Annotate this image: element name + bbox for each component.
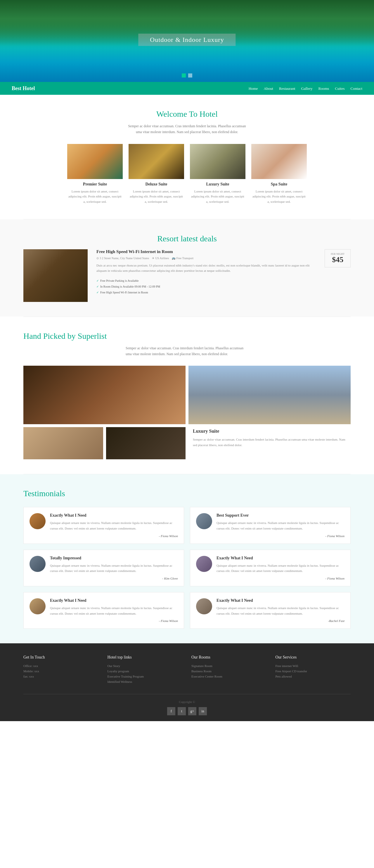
footer-item-1-1: Loyalty program [107, 669, 183, 673]
footer-item-3-0: Free internet Wifi [275, 664, 351, 668]
testimonial-content-2: Totally Impressed Quisque aliquet ornare… [50, 556, 178, 580]
footer-item-2-0: Signature Room [192, 664, 267, 668]
footer-grid: Get In TouchOffice: xxxMobile: xxxfax: x… [23, 655, 351, 685]
gallery-row [23, 427, 185, 459]
footer-col-title-0: Get In Touch [23, 655, 99, 660]
testimonial-author-5: -Rachel Fast [216, 619, 344, 623]
footer-col-3: Our ServicesFree internet WifiFree Airpo… [275, 655, 351, 685]
suite-name-spa: Spa Suite [251, 182, 307, 187]
footer-item-3-2: Pets allowed [275, 675, 351, 678]
deal-info: Free High Speed Wi-Fi Internet in Room ⊙… [96, 249, 316, 296]
nav-brand: Best Hotel [12, 86, 35, 92]
footer-item-1-2: Executive Training Program [107, 675, 183, 678]
social-linkedin[interactable]: in [199, 707, 207, 715]
testimonial-avatar-0 [30, 513, 45, 529]
testimonial-author-1: - Fiona Wilson [216, 534, 344, 538]
gallery-img-small-1 [23, 427, 103, 459]
footer-item-2-1: Business Room [192, 669, 267, 673]
testimonials-section: Testimonials Exactly What I Need Quisque… [0, 474, 374, 643]
deal-per-night: FER NIGHT [331, 252, 344, 255]
deal-name: Free High Speed Wi-Fi Internet in Room [96, 249, 316, 254]
testimonial-avatar-5 [196, 598, 212, 614]
footer-item-1-3: Identified Wellness [107, 680, 183, 683]
hero-dot-2[interactable] [188, 73, 192, 78]
amenity-1: Free Private Parking is Available [96, 278, 316, 284]
testimonial-grid: Exactly What I Need Quisque aliquet orna… [23, 507, 351, 629]
handpicked-title: Hand Picked by Superlist [23, 332, 351, 341]
suite-img-premier [67, 144, 123, 179]
footer-col-list-0: Office: xxxMobile: xxxfax: xxx [23, 664, 99, 678]
testimonial-text-2: Quisque aliquet ornare nunc in viverra. … [50, 563, 178, 574]
testimonial-author-3: - Fiona Wilson [216, 577, 344, 580]
gallery-left [23, 366, 185, 459]
social-icons: f t g+ in [23, 707, 351, 715]
footer-col-1: Hotel top linksOur StoryLoyalty programE… [107, 655, 183, 685]
testimonial-author-0: - Fiona Wilson [50, 534, 178, 538]
footer-col-2: Our RoomsSignature RoomBusiness RoomExec… [192, 655, 267, 685]
deal-amenities: Free Private Parking is Available In Roo… [96, 278, 316, 296]
footer-item-0-2: fax: xxx [23, 675, 99, 678]
footer-col-title-1: Hotel top links [107, 655, 183, 660]
testimonial-text-4: Quisque aliquet ornare nunc in viverra. … [50, 605, 178, 616]
footer-bottom: Copyright © f t g+ in [23, 694, 351, 715]
suite-desc-deluxe: Lorem ipsum dolor sit amet, consect adip… [129, 189, 184, 205]
nav-home[interactable]: Home [249, 86, 258, 91]
nav-cuites[interactable]: Cuites [335, 86, 344, 91]
deal-price: $45 [331, 255, 344, 264]
nav-restaurant[interactable]: Restaurant [279, 86, 296, 91]
hero-dot-1[interactable] [182, 73, 186, 78]
nav-about[interactable]: About [264, 86, 273, 91]
testimonial-author-4: - Fiona Wilson [50, 619, 178, 623]
hero-dots[interactable] [182, 73, 192, 78]
social-facebook[interactable]: f [167, 707, 175, 715]
social-google[interactable]: g+ [188, 707, 196, 715]
testimonial-content-1: Best Support Ever Quisque aliquet ornare… [216, 513, 344, 537]
testimonial-card-2: Totally Impressed Quisque aliquet ornare… [23, 550, 184, 586]
handpicked-desc: Semper ac dolor vitae accumsan. Cras int… [126, 345, 248, 357]
suite-card-spa: Spa Suite Lorem ipsum dolor sit amet, co… [251, 144, 307, 205]
suite-desc-spa: Lorem ipsum dolor sit amet, consect adip… [251, 189, 307, 205]
hero-title: Outdoor & Indoor Luxury [150, 36, 224, 43]
welcome-desc: Semper ac dolor vitae accumsan. Cras int… [126, 123, 248, 135]
testimonial-text-0: Quisque aliquet ornare nunc in viverra. … [50, 520, 178, 531]
footer-col-title-3: Our Services [275, 655, 351, 660]
suite-card-deluxe: Deluxe Suite Lorem ipsum dolor sit amet,… [129, 144, 184, 205]
footer-col-title-2: Our Rooms [192, 655, 267, 660]
testimonial-text-3: Quisque aliquet ornare nunc in viverra. … [216, 563, 344, 574]
nav-gallery[interactable]: Gallery [301, 86, 313, 91]
nav-links: Home About Restaurant Gallery Rooms Cuit… [249, 86, 362, 91]
testimonial-card-0: Exactly What I Need Quisque aliquet orna… [23, 507, 184, 544]
gallery-suite-desc: Semper ac dolor vitae accumsan. Cras int… [193, 437, 346, 447]
deals-title: Resort latest deals [23, 234, 351, 243]
amenity-3: Free High Speed Wi-Fi Internet in Room [96, 290, 316, 296]
nav-contact[interactable]: Contact [351, 86, 362, 91]
deal-row: Free High Speed Wi-Fi Internet in Room ⊙… [23, 249, 351, 302]
suite-img-deluxe [129, 144, 184, 179]
deal-meta: ⊙ 3 2 Street Name, City Name United Stat… [96, 256, 316, 260]
social-twitter[interactable]: t [178, 707, 186, 715]
testimonial-text-5: Quisque aliquet ornare nunc in viverra. … [216, 605, 344, 616]
copyright: Copyright © [23, 700, 351, 704]
testimonial-title-0: Exactly What I Need [50, 513, 178, 518]
suite-img-spa [251, 144, 307, 179]
testimonial-avatar-1 [196, 513, 212, 529]
gallery-grid: Luxury Suite Semper ac dolor vitae accum… [23, 366, 351, 459]
footer-col-list-3: Free internet WifiFree Airport CD transf… [275, 664, 351, 678]
footer-item-0-0: Office: xxx [23, 664, 99, 668]
nav-rooms[interactable]: Rooms [318, 86, 329, 91]
gallery-suite-info: Luxury Suite Semper ac dolor vitae accum… [189, 424, 351, 452]
testimonials-title: Testimonials [23, 489, 351, 498]
testimonial-card-5: Exactly What I Need Quisque aliquet orna… [190, 592, 351, 629]
footer-col-list-2: Signature RoomBusiness RoomExecutive Cen… [192, 664, 267, 678]
testimonial-avatar-3 [196, 556, 212, 572]
welcome-title: Welcome To Hotel [23, 110, 351, 119]
deal-transport: 🚌 Free Transport [172, 256, 194, 260]
gallery-img-large [23, 366, 185, 424]
testimonial-content-0: Exactly What I Need Quisque aliquet orna… [50, 513, 178, 537]
amenity-2: In Room Dining is Available 09:00 PM - 1… [96, 284, 316, 290]
testimonial-card-1: Best Support Ever Quisque aliquet ornare… [190, 507, 351, 544]
deals-section: Resort latest deals Free High Speed Wi-F… [0, 219, 374, 316]
testimonial-title-4: Exactly What I Need [50, 598, 178, 603]
gallery-suite-title: Luxury Suite [193, 429, 346, 434]
deal-body: Duis at arcu nec neque rhoncus pretium. … [96, 263, 316, 274]
